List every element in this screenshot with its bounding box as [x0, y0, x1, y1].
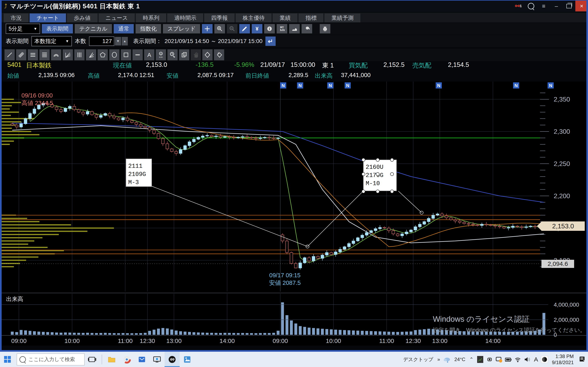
count-up-button[interactable]: ▲	[122, 37, 128, 45]
rectangle-tool[interactable]	[121, 49, 131, 60]
tab-9[interactable]: 指標	[298, 13, 323, 22]
wrench-icon[interactable]	[302, 24, 312, 33]
notification-icon[interactable]	[577, 352, 588, 367]
toolbar-button-2[interactable]: 通常	[114, 24, 134, 33]
start-button[interactable]	[0, 352, 15, 367]
pencil-icon[interactable]	[239, 24, 250, 33]
ellipse-tool[interactable]	[109, 49, 120, 60]
interval-select[interactable]: 5分足▼	[6, 24, 40, 34]
close-button[interactable]: ×	[575, 1, 588, 11]
bar-count-input[interactable]: 127	[89, 36, 114, 46]
taskbar-separator	[102, 355, 102, 364]
pentagon-tool[interactable]	[98, 49, 108, 60]
toolbar-button-0[interactable]: 表示期間	[42, 24, 73, 33]
period-mode-select[interactable]: 本数指定▼	[31, 36, 72, 46]
taskbar-clock[interactable]: 1:38 PM 9/18/2021	[552, 353, 574, 366]
photos-icon[interactable]	[180, 352, 195, 367]
pixel-app-icon[interactable]	[476, 352, 485, 367]
resize-handle[interactable]	[362, 172, 365, 176]
info-icon[interactable]: i	[264, 24, 275, 33]
angle-fan-tool[interactable]	[86, 49, 96, 60]
pin-icon: ⤴	[4, 3, 7, 10]
trendline-tool[interactable]	[4, 49, 15, 60]
tab-2[interactable]: 歩み値	[67, 13, 98, 22]
my-chart-icon[interactable]: MY	[277, 24, 287, 33]
link-alert-icon[interactable]: ⚯1	[512, 1, 525, 11]
weather-icon[interactable]	[442, 352, 452, 367]
mail-icon[interactable]	[134, 352, 149, 367]
parallel-hatch-tool[interactable]	[16, 49, 26, 60]
eraser-tool[interactable]	[202, 49, 213, 60]
camera-icon[interactable]	[485, 352, 494, 367]
tab-1[interactable]: チャート	[30, 13, 66, 22]
ask-value: 2,154.5	[448, 61, 469, 68]
crosshair-plus-icon[interactable]	[202, 24, 213, 33]
hsegment-tool[interactable]	[132, 49, 143, 60]
yen-icon[interactable]: ¥	[252, 24, 262, 33]
menu-icon[interactable]: ≡	[537, 1, 550, 11]
tab-0[interactable]: 市況	[4, 13, 29, 22]
title-bar[interactable]: ⤴ マルチツール(個別銘柄) 5401 日本製鉄 東 1 ⚯1 ≡ – ×	[0, 0, 588, 12]
resize-handle[interactable]	[376, 158, 380, 162]
screenshare-icon[interactable]	[149, 352, 164, 367]
speaker-icon[interactable]	[522, 352, 532, 367]
resize-handle[interactable]	[362, 190, 365, 193]
time-marker-tool[interactable]	[167, 49, 178, 60]
restore-button[interactable]	[563, 1, 575, 11]
resize-handle[interactable]	[376, 190, 380, 193]
resize-handle[interactable]	[362, 158, 365, 162]
minimize-button[interactable]: –	[550, 1, 563, 11]
desktop-peek-label[interactable]: デスクトップ	[403, 356, 433, 363]
task-view-icon[interactable]	[85, 352, 100, 367]
search-icon[interactable]	[525, 1, 537, 11]
toolbar-button-1[interactable]: テクニカル	[75, 24, 112, 33]
tab-4[interactable]: 時系列	[136, 13, 166, 22]
resize-handle[interactable]	[376, 172, 380, 176]
taskbar-search-input[interactable]: ここに入力して検索	[17, 354, 85, 365]
display-sync-icon[interactable]	[494, 352, 504, 367]
hlines-4-tool[interactable]	[39, 49, 50, 60]
bid-value: 2,152.5	[383, 61, 405, 68]
resize-handle[interactable]	[390, 158, 394, 162]
count-down-button[interactable]: ▼	[115, 37, 121, 45]
chart-note-box-1[interactable]: 2111 2109G M-3	[126, 159, 152, 187]
hand-tool[interactable]	[191, 49, 201, 60]
eraser-all-tool[interactable]: A	[214, 49, 224, 60]
resize-handle[interactable]	[390, 172, 394, 176]
toolbar-button-4[interactable]: スプレッド	[163, 24, 200, 33]
tab-6[interactable]: 四季報	[204, 13, 234, 22]
chrome-icon[interactable]	[119, 352, 134, 367]
quote-date: 21/09/17	[260, 61, 285, 68]
zoom-out-icon[interactable]	[227, 24, 237, 33]
resize-handle[interactable]	[390, 190, 394, 193]
text-a-tool[interactable]: A	[144, 49, 154, 60]
tray-chevron-up-icon[interactable]: ⌃	[469, 357, 474, 362]
printer-icon[interactable]	[320, 24, 330, 33]
low-price-badge: 2,094.6	[541, 260, 574, 268]
reset-range-button[interactable]: ↵	[265, 36, 276, 46]
trading-app-icon[interactable]	[164, 352, 180, 367]
tab-5[interactable]: 適時開示	[167, 13, 203, 22]
vlines-tool[interactable]	[74, 49, 85, 60]
wifi-icon[interactable]	[513, 352, 522, 367]
explorer-icon[interactable]	[104, 352, 119, 367]
toolbar-button-3[interactable]: 指数化	[136, 24, 161, 33]
battery-icon[interactable]	[504, 352, 513, 367]
tab-10[interactable]: 業績予測	[324, 13, 360, 22]
fib-arcs-tool[interactable]	[51, 49, 61, 60]
range-value: 2021/09/15 14:50 ～ 2021/09/17 15:00	[164, 37, 263, 45]
tab-7[interactable]: 株主優待	[236, 13, 272, 22]
tab-3[interactable]: ニュース	[99, 13, 135, 22]
copy-tool[interactable]	[179, 49, 189, 60]
zoom-in-icon[interactable]	[214, 24, 225, 33]
temperature-label[interactable]: 24°C	[454, 357, 465, 362]
hlines-3-tool[interactable]	[28, 49, 38, 60]
icon-stamp-tool[interactable]: icon	[156, 49, 166, 60]
ime-mode-icon[interactable]	[540, 352, 549, 367]
chevrons-icon[interactable]: »	[437, 357, 440, 362]
tab-8[interactable]: 業績	[273, 13, 297, 22]
area-chart-icon[interactable]	[289, 24, 300, 33]
range-label: 表示期間：	[133, 37, 162, 45]
fan-lines-tool[interactable]	[63, 49, 73, 60]
ime-a-icon[interactable]: A	[534, 356, 538, 363]
